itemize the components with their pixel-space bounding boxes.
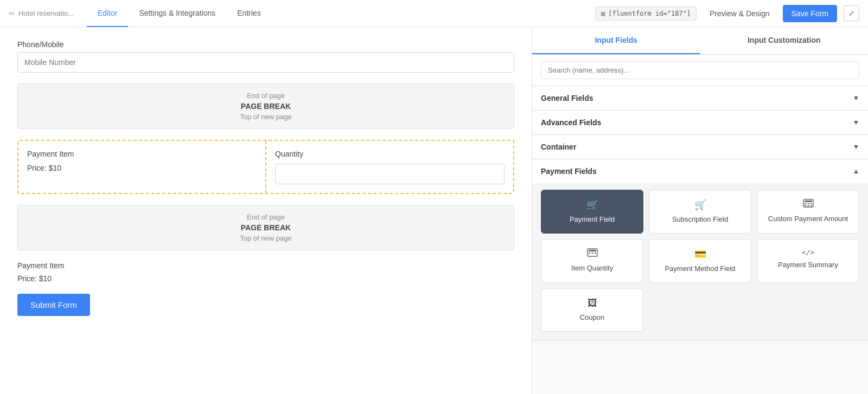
svg-rect-9 [589,250,596,251]
field-card-custom-payment[interactable]: Custom Payment Amount [757,190,859,234]
svg-rect-6 [807,205,809,206]
subscription-field-label: Subscription Field [672,215,728,224]
item-quantity-label: Item Quantity [571,264,613,273]
shortcode-text: [fluentform id="187"] [608,10,691,17]
container-label: Container [541,143,576,151]
top-nav: ✏ Hotel reservatio... Editor Settings & … [0,0,868,27]
coupon-label: Coupon [580,313,605,322]
svg-rect-4 [810,203,812,204]
payment-fields-content: 🛒 Payment Field 🛒 Subscription Field [532,183,868,340]
static-payment-label: Payment Item [17,261,514,270]
page-break-2-top: End of page [25,213,506,221]
chevron-down-icon-3: ▼ [853,143,859,151]
payment-item-left: Payment Item Price: $10 [18,141,266,193]
svg-rect-1 [805,201,812,202]
svg-rect-11 [591,253,593,254]
svg-rect-7 [810,205,812,206]
quantity-icon [587,248,598,260]
accordion-container: Container ▼ [532,135,868,159]
submit-button[interactable]: Submit Form [17,294,90,316]
cart-icon: 🛒 [586,199,598,211]
field-card-payment-method[interactable]: 💳 Payment Method Field [649,239,751,283]
editor-area: Phone/Mobile End of page PAGE BREAK Top … [0,27,532,394]
svg-rect-3 [807,203,809,204]
logo-area: ✏ Hotel reservatio... [9,9,74,18]
form-title: Hotel reservatio... [18,9,74,17]
save-form-button[interactable]: Save Form [783,5,837,22]
chevron-down-icon-2: ▼ [853,119,859,126]
main-layout: Phone/Mobile End of page PAGE BREAK Top … [0,27,868,394]
page-break-1: End of page PAGE BREAK Top of new page [17,83,514,129]
cart-icon-2: 🛒 [694,199,706,211]
tab-input-customization[interactable]: Input Customization [700,27,869,54]
advanced-fields-label: Advanced Fields [541,118,601,127]
phone-field-group: Phone/Mobile [17,40,514,73]
svg-rect-2 [805,203,806,204]
svg-rect-12 [595,253,596,254]
expand-button[interactable]: ⤢ [844,5,859,21]
general-fields-label: General Fields [541,94,593,102]
payment-quantity-right: Quantity [266,141,513,193]
general-fields-header[interactable]: General Fields ▼ [532,86,868,110]
nav-tabs: Editor Settings & Integrations Entries [87,0,272,27]
payment-container-selected[interactable]: Payment Item Price: $10 Quantity [17,140,514,194]
credit-card-icon: 💳 [694,248,706,260]
page-break-1-top: End of page [25,92,506,100]
accordion-payment-fields: Payment Fields ▲ 🛒 Payment Field 🛒 Subsc… [532,159,868,341]
advanced-fields-header[interactable]: Advanced Fields ▼ [532,111,868,134]
chevron-down-icon: ▼ [853,94,859,102]
payment-static: Payment Item Price: $10 [17,261,514,283]
tab-input-fields[interactable]: Input Fields [532,27,700,54]
pencil-icon: ✏ [9,9,15,18]
svg-rect-5 [805,205,806,206]
preview-button[interactable]: Preview & Design [703,6,776,21]
code-tag-icon: </> [802,248,814,256]
payment-price: Price: $10 [27,164,257,172]
phone-label: Phone/Mobile [17,40,514,49]
payment-method-label: Payment Method Field [665,264,735,274]
custom-payment-label: Custom Payment Amount [768,215,848,224]
quantity-input[interactable] [275,164,505,184]
search-input[interactable] [541,61,859,79]
field-card-payment-summary[interactable]: </> Payment Summary [757,239,859,283]
calculator-icon [803,199,814,210]
svg-rect-10 [589,253,590,254]
shortcode-box[interactable]: ▦ [fluentform id="187"] [595,7,697,21]
right-actions: ▦ [fluentform id="187"] Preview & Design… [595,5,859,22]
payment-item-label: Payment Item [27,150,257,158]
payment-summary-label: Payment Summary [778,261,838,270]
quantity-label: Quantity [275,150,505,158]
accordion-general-fields: General Fields ▼ [532,86,868,111]
page-break-1-title: PAGE BREAK [25,102,506,111]
page-break-2-title: PAGE BREAK [25,223,506,232]
field-card-subscription-field[interactable]: 🛒 Subscription Field [649,190,751,234]
payment-field-label: Payment Field [570,215,615,224]
payment-fields-label: Payment Fields [541,167,597,176]
page-break-2: End of page PAGE BREAK Top of new page [17,205,514,250]
field-card-coupon[interactable]: 🖼 Coupon [541,288,643,332]
static-payment-price: Price: $10 [17,274,514,283]
page-break-2-bottom: Top of new page [25,234,506,242]
field-card-item-quantity[interactable]: Item Quantity [541,239,643,283]
phone-input[interactable] [17,52,514,73]
page-break-1-bottom: Top of new page [25,113,506,121]
container-header[interactable]: Container ▼ [532,135,868,159]
field-card-payment-field[interactable]: 🛒 Payment Field [541,190,643,234]
tab-entries[interactable]: Entries [226,0,272,27]
panel-tabs: Input Fields Input Customization [532,27,868,55]
code-icon: ▦ [601,10,605,17]
right-panel: Input Fields Input Customization General… [532,27,868,394]
payment-fields-header[interactable]: Payment Fields ▲ [532,159,868,183]
panel-search [532,55,868,86]
coupon-icon: 🖼 [588,298,597,309]
tab-editor[interactable]: Editor [87,0,129,27]
chevron-up-icon: ▲ [853,167,859,175]
tab-settings[interactable]: Settings & Integrations [128,0,226,27]
payment-fields-grid: 🛒 Payment Field 🛒 Subscription Field [541,190,859,332]
accordion-advanced-fields: Advanced Fields ▼ [532,111,868,135]
